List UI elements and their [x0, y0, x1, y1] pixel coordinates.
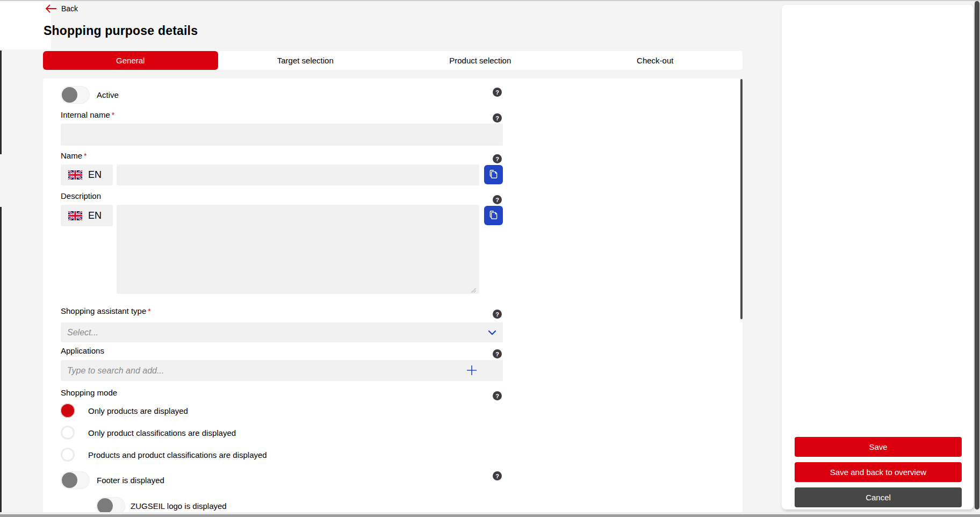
help-icon-footer[interactable]: ? — [493, 471, 502, 480]
name-language-selector[interactable]: EN — [61, 164, 113, 185]
form-scrollbar-thumb[interactable] — [740, 79, 743, 319]
save-button[interactable]: Save — [795, 437, 962, 457]
applications-input[interactable] — [61, 360, 503, 381]
page-title: Shopping purpose details — [44, 24, 198, 38]
tab-general[interactable]: General — [43, 51, 218, 70]
footer-displayed-label: Footer is displayed — [97, 476, 164, 485]
back-label: Back — [61, 4, 78, 13]
radio-unselected-icon — [61, 426, 75, 440]
radio-option-only-classifications[interactable]: Only product classifications are display… — [61, 426, 236, 440]
active-label: Active — [97, 90, 119, 99]
left-edge-line — [0, 207, 2, 517]
page-scrollbar-thumb[interactable] — [975, 1, 979, 509]
required-asterisk: * — [112, 111, 114, 119]
general-form-panel: Active ? Internal name* ? Name* ? EN — [43, 78, 743, 513]
language-code: EN — [88, 210, 102, 221]
screen: Back Shopping purpose details General Ta… — [0, 0, 980, 517]
required-asterisk: * — [84, 152, 87, 160]
help-icon-name[interactable]: ? — [493, 154, 502, 163]
bottom-window-edge — [0, 514, 980, 517]
radio-option-only-products[interactable]: Only products are displayed — [61, 404, 188, 418]
tab-check-out[interactable]: Check-out — [568, 51, 743, 70]
back-button[interactable]: Back — [45, 4, 78, 13]
cancel-button[interactable]: Cancel — [795, 487, 962, 507]
description-label: Description — [61, 191, 101, 200]
active-toggle[interactable] — [61, 86, 90, 104]
action-panel: Save Save and back to overview Cancel — [782, 5, 974, 509]
shopping-mode-label: Shopping mode — [61, 388, 117, 397]
toggle-knob — [97, 498, 113, 514]
copy-icon — [488, 210, 499, 221]
name-input[interactable] — [117, 164, 479, 185]
save-and-back-button[interactable]: Save and back to overview — [795, 462, 962, 482]
language-code: EN — [88, 169, 102, 181]
toggle-knob — [62, 87, 77, 103]
help-icon-shopping-mode[interactable]: ? — [493, 391, 502, 400]
help-icon-applications[interactable]: ? — [493, 349, 502, 358]
tab-bar: General Target selection Product selecti… — [43, 51, 743, 70]
toggle-knob — [62, 472, 77, 488]
help-icon-internal-name[interactable]: ? — [493, 113, 502, 123]
footer-displayed-toggle[interactable] — [61, 471, 90, 489]
add-application-button[interactable] — [465, 364, 478, 379]
copy-description-button[interactable] — [484, 206, 503, 225]
radio-option-products-and-classifications[interactable]: Products and product classifications are… — [61, 448, 267, 462]
copy-icon — [488, 169, 499, 181]
help-icon-description[interactable]: ? — [493, 195, 502, 204]
zugseil-logo-label: ZUGSEIL logo is displayed — [131, 501, 227, 511]
uk-flag-icon — [68, 211, 82, 220]
required-asterisk: * — [148, 307, 150, 315]
name-label: Name* — [61, 151, 87, 160]
help-icon-assistant-type[interactable]: ? — [493, 310, 502, 319]
radio-selected-icon — [61, 404, 75, 418]
internal-name-input[interactable] — [61, 124, 503, 146]
chevron-down-icon — [488, 330, 496, 335]
tab-target-selection[interactable]: Target selection — [218, 51, 393, 70]
left-edge-line — [0, 51, 2, 154]
help-icon-active[interactable]: ? — [493, 88, 502, 97]
radio-unselected-icon — [61, 448, 75, 462]
applications-label: Applications — [61, 346, 104, 355]
tab-product-selection[interactable]: Product selection — [393, 51, 568, 70]
description-language-selector[interactable]: EN — [61, 205, 113, 226]
internal-name-label: Internal name* — [61, 110, 114, 119]
arrow-left-icon — [45, 4, 57, 13]
select-placeholder: Select... — [67, 328, 488, 338]
plus-icon — [465, 364, 478, 377]
description-textarea[interactable] — [117, 205, 479, 294]
copy-name-button[interactable] — [484, 165, 503, 184]
window-top-border — [0, 0, 980, 1]
uk-flag-icon — [68, 170, 82, 179]
assistant-type-select[interactable]: Select... — [61, 322, 503, 342]
assistant-type-label: Shopping assistant type* — [61, 306, 151, 315]
